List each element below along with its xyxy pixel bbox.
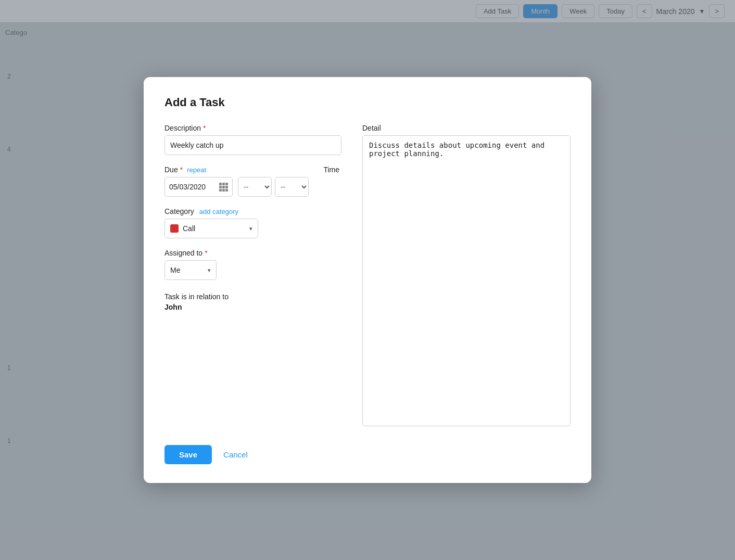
modal-body: Description * Due * repeat Time (164, 124, 571, 426)
time-group: -- -- (238, 177, 309, 197)
relation-value: John (164, 303, 341, 311)
modal-title: Add a Task (164, 96, 571, 109)
description-label: Description * (164, 124, 341, 132)
assigned-label: Assigned to * (164, 249, 341, 257)
category-label-row: Category add category (164, 207, 341, 215)
detail-textarea[interactable]: Discuss details about upcoming event and… (362, 135, 571, 426)
cancel-button[interactable]: Cancel (220, 445, 251, 464)
assigned-required-star: * (205, 249, 207, 257)
category-chevron-icon: ▾ (249, 225, 252, 232)
repeat-link[interactable]: repeat (187, 166, 206, 174)
description-section: Description * (164, 124, 341, 155)
add-category-link[interactable]: add category (199, 208, 238, 215)
category-value: Call (183, 224, 245, 233)
due-row: -- -- (164, 177, 341, 197)
relation-section: Task is in relation to John (164, 292, 341, 311)
modal-overlay: Add a Task Description * Due * (0, 0, 735, 560)
time-hour-select[interactable]: -- (238, 177, 272, 197)
due-required-star: * (180, 166, 183, 174)
description-required-star: * (203, 124, 206, 132)
assigned-section: Assigned to * Me ▾ (164, 249, 341, 280)
date-input[interactable] (169, 183, 216, 191)
category-section: Category add category Call ▾ (164, 207, 341, 238)
relation-label: Task is in relation to (164, 292, 341, 301)
category-select[interactable]: Call ▾ (164, 219, 258, 238)
assigned-select[interactable]: Me ▾ (164, 260, 217, 280)
time-label: Time (323, 166, 339, 174)
assigned-chevron-icon: ▾ (208, 267, 211, 274)
modal-footer: Save Cancel (164, 445, 571, 464)
left-column: Description * Due * repeat Time (164, 124, 341, 426)
calendar-icon[interactable] (219, 183, 228, 192)
description-input[interactable] (164, 135, 341, 155)
save-button[interactable]: Save (164, 445, 212, 464)
due-label: Due * repeat Time (164, 166, 341, 174)
date-input-wrap[interactable] (164, 177, 233, 197)
due-section: Due * repeat Time (164, 166, 341, 197)
category-color-dot (170, 224, 179, 233)
right-column: Detail Discuss details about upcoming ev… (362, 124, 571, 426)
time-minute-select[interactable]: -- (275, 177, 309, 197)
detail-label: Detail (362, 124, 571, 132)
add-task-modal: Add a Task Description * Due * (144, 77, 591, 483)
assigned-value: Me (170, 266, 205, 274)
